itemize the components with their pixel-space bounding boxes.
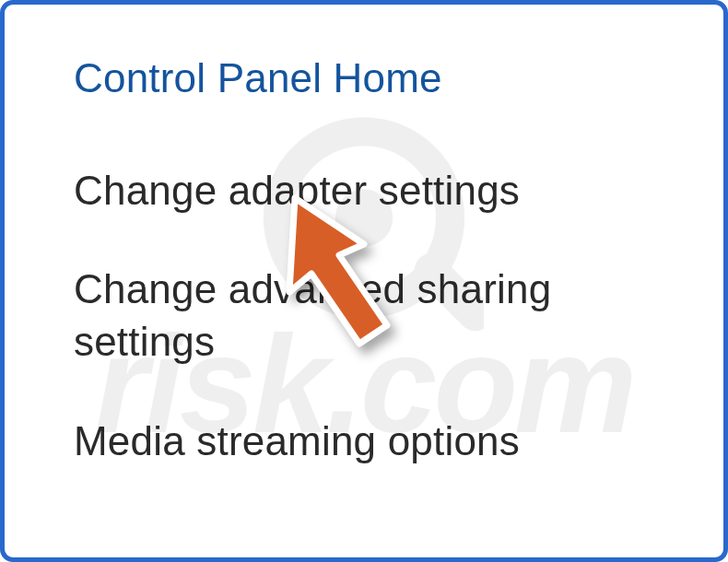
change-adapter-settings-link[interactable]: Change adapter settings [74,164,668,217]
change-advanced-sharing-settings-link[interactable]: Change advanced sharing settings [74,263,668,368]
control-panel-sidebar: risk.com Control Panel Home Change adapt… [0,0,728,562]
control-panel-home-heading: Control Panel Home [74,55,668,101]
media-streaming-options-link[interactable]: Media streaming options [74,415,668,467]
